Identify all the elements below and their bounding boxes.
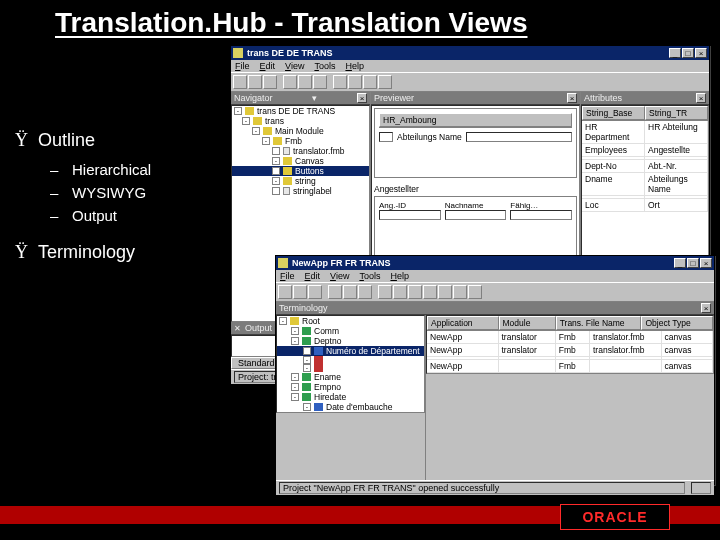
expand-icon[interactable]: -: [303, 347, 311, 355]
menu-file[interactable]: File: [235, 61, 250, 71]
preview-field[interactable]: [379, 132, 393, 142]
minimize-button[interactable]: _: [669, 48, 681, 58]
preview-field[interactable]: [466, 132, 572, 142]
expand-icon[interactable]: [272, 187, 280, 195]
table-row[interactable]: HR DepartmentHR Abteilung: [582, 121, 708, 144]
terminology-grid[interactable]: Application Module Trans. File Name Obje…: [426, 315, 714, 374]
col-header[interactable]: Application: [427, 316, 499, 330]
tree-row[interactable]: -Fmb: [232, 136, 369, 146]
toolbar-button[interactable]: [408, 285, 422, 299]
tree-row[interactable]: -Buttons: [232, 166, 369, 176]
menu-help[interactable]: Help: [390, 271, 409, 281]
toolbar-button[interactable]: [468, 285, 482, 299]
expand-icon[interactable]: -: [272, 177, 280, 185]
table-row[interactable]: NewApptranslatorFmbtranslator.fmbcanvas: [427, 331, 713, 344]
menu-view[interactable]: View: [330, 271, 349, 281]
preview-field[interactable]: [510, 210, 572, 220]
tree-row[interactable]: -Canvas: [232, 156, 369, 166]
minimize-button[interactable]: _: [674, 258, 686, 268]
menu-edit[interactable]: Edit: [260, 61, 276, 71]
tree-row[interactable]: -Numéro de Département: [277, 346, 424, 356]
expand-icon[interactable]: -: [234, 107, 242, 115]
table-row[interactable]: EmployeesAngestellte: [582, 144, 708, 157]
tree-row[interactable]: -: [277, 364, 424, 372]
terminology-tree[interactable]: -Root-Comm-Deptno-Numéro de Département-…: [276, 315, 425, 413]
toolbar-button[interactable]: [328, 285, 342, 299]
toolbar-button[interactable]: [308, 285, 322, 299]
col-header[interactable]: String_TR: [645, 106, 708, 120]
menu-view[interactable]: View: [285, 61, 304, 71]
tree-row[interactable]: -Main Module: [232, 126, 369, 136]
titlebar[interactable]: NewApp FR FR TRANS _ □ ×: [276, 256, 714, 270]
chevron-down-icon[interactable]: ▾: [312, 93, 317, 103]
titlebar[interactable]: trans DE DE TRANS _ □ ×: [231, 46, 709, 60]
col-header[interactable]: Trans. File Name: [556, 316, 642, 330]
tree-row[interactable]: -Deptno: [277, 336, 424, 346]
tree-row[interactable]: -: [277, 356, 424, 364]
tree-row[interactable]: -Hiredate: [277, 392, 424, 402]
toolbar-button[interactable]: [233, 75, 247, 89]
toolbar-button[interactable]: [263, 75, 277, 89]
tree-row[interactable]: -Root: [277, 316, 424, 326]
menu-edit[interactable]: Edit: [305, 271, 321, 281]
expand-icon[interactable]: -: [303, 403, 311, 411]
col-header[interactable]: String_Base: [582, 106, 645, 120]
tree-row[interactable]: -string: [232, 176, 369, 186]
expand-icon[interactable]: -: [272, 157, 280, 165]
toolbar-button[interactable]: [393, 285, 407, 299]
toolbar-button[interactable]: [283, 75, 297, 89]
toolbar-button[interactable]: [423, 285, 437, 299]
expand-icon[interactable]: -: [291, 373, 299, 381]
menu-file[interactable]: File: [280, 271, 295, 281]
pane-close-button[interactable]: ×: [357, 93, 367, 103]
toolbar-button[interactable]: [298, 75, 312, 89]
toolbar-button[interactable]: [378, 285, 392, 299]
toolbar-button[interactable]: [453, 285, 467, 299]
menu-tools[interactable]: Tools: [359, 271, 380, 281]
close-button[interactable]: ×: [695, 48, 707, 58]
toolbar-button[interactable]: [378, 75, 392, 89]
tab-standard[interactable]: Standard: [231, 357, 282, 369]
table-row[interactable]: NewApptranslatorFmbtranslator.fmbcanvas: [427, 344, 713, 357]
menu-tools[interactable]: Tools: [314, 61, 335, 71]
table-row[interactable]: DnameAbteilungs Name: [582, 173, 708, 196]
table-row[interactable]: NewAppFmbcanvas: [427, 360, 713, 373]
toolbar-button[interactable]: [438, 285, 452, 299]
tree-row[interactable]: stringlabel: [232, 186, 369, 196]
expand-icon[interactable]: -: [291, 337, 299, 345]
expand-icon[interactable]: -: [272, 167, 280, 175]
expand-icon[interactable]: -: [291, 393, 299, 401]
maximize-button[interactable]: □: [687, 258, 699, 268]
tree-row[interactable]: -Comm: [277, 326, 424, 336]
tree-row[interactable]: -trans: [232, 116, 369, 126]
toolbar-button[interactable]: [278, 285, 292, 299]
maximize-button[interactable]: □: [682, 48, 694, 58]
expand-icon[interactable]: -: [291, 327, 299, 335]
menu-help[interactable]: Help: [345, 61, 364, 71]
toolbar-button[interactable]: [248, 75, 262, 89]
toolbar-button[interactable]: [333, 75, 347, 89]
close-button[interactable]: ×: [700, 258, 712, 268]
toolbar-button[interactable]: [293, 285, 307, 299]
table-row[interactable]: LocOrt: [582, 199, 708, 212]
col-header[interactable]: Module: [499, 316, 556, 330]
pane-close-button[interactable]: ×: [701, 303, 711, 313]
tree-row[interactable]: -Ename: [277, 372, 424, 382]
preview-field[interactable]: [445, 210, 507, 220]
expand-icon[interactable]: -: [303, 356, 311, 364]
toolbar-button[interactable]: [313, 75, 327, 89]
pane-close-button[interactable]: ×: [567, 93, 577, 103]
expand-icon[interactable]: -: [279, 317, 287, 325]
preview-field[interactable]: [379, 210, 441, 220]
expand-icon[interactable]: -: [242, 117, 250, 125]
pane-close-button[interactable]: ×: [696, 93, 706, 103]
toolbar-button[interactable]: [363, 75, 377, 89]
expand-icon[interactable]: -: [252, 127, 260, 135]
expand-icon[interactable]: -: [262, 137, 270, 145]
expand-icon[interactable]: -: [291, 383, 299, 391]
toolbar-button[interactable]: [343, 285, 357, 299]
tree-row[interactable]: translator.fmb: [232, 146, 369, 156]
toolbar-button[interactable]: [348, 75, 362, 89]
tree-row[interactable]: -Empno: [277, 382, 424, 392]
tree-row[interactable]: -trans DE DE TRANS: [232, 106, 369, 116]
